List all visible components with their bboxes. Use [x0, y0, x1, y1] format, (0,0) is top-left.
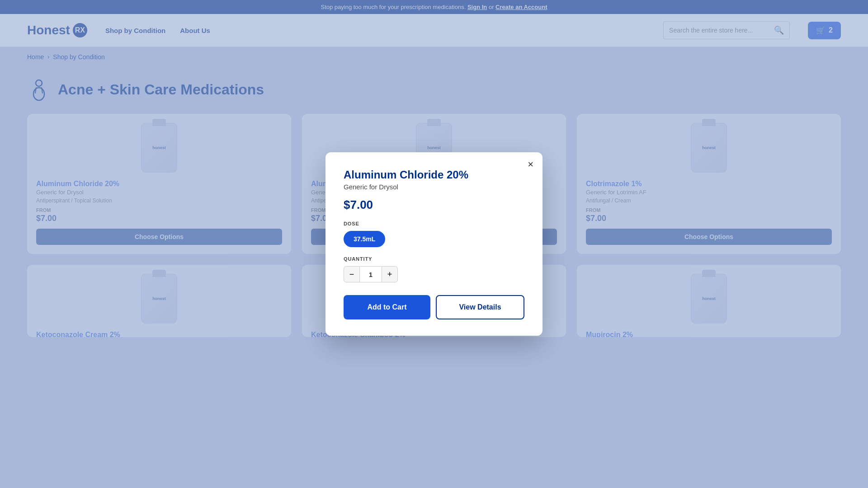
quantity-row: − 1 + [344, 266, 524, 282]
modal-generic: Generic for Drysol [344, 183, 524, 191]
modal-actions: Add to Cart View Details [344, 295, 524, 319]
modal-quantity-label: QUANTITY [344, 256, 524, 262]
modal-price: $7.00 [344, 198, 524, 212]
product-modal: × Aluminum Chloride 20% Generic for Drys… [326, 152, 542, 336]
modal-close-button[interactable]: × [528, 160, 533, 169]
quantity-decrease-button[interactable]: − [344, 266, 360, 282]
view-details-button[interactable]: View Details [436, 295, 524, 319]
modal-overlay[interactable]: × Aluminum Chloride 20% Generic for Drys… [0, 0, 868, 488]
modal-dose-label: DOSE [344, 221, 524, 226]
dose-options: 37.5mL [344, 231, 524, 247]
quantity-value: 1 [360, 266, 382, 282]
add-to-cart-button[interactable]: Add to Cart [344, 295, 430, 319]
quantity-increase-button[interactable]: + [382, 266, 398, 282]
modal-product-name: Aluminum Chloride 20% [344, 169, 524, 181]
dose-btn-0[interactable]: 37.5mL [344, 231, 385, 247]
